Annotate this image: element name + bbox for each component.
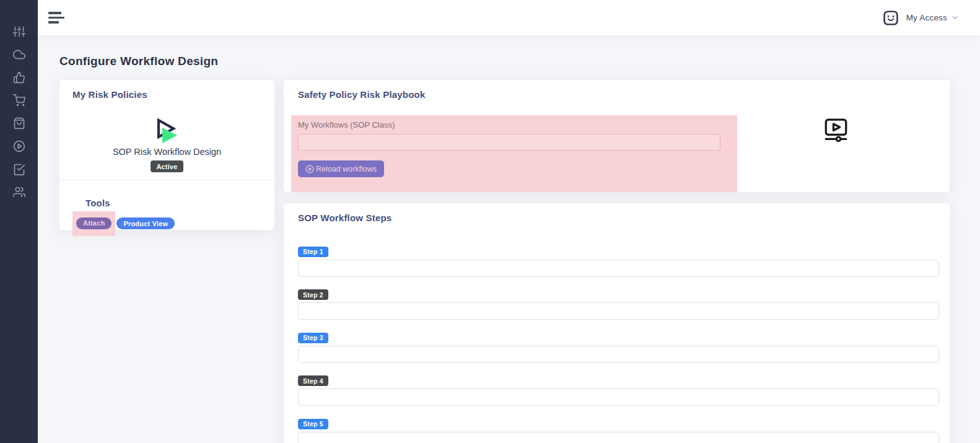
step-badge: Step 5 <box>298 419 328 429</box>
shopping-cart-icon[interactable] <box>13 94 25 107</box>
step-badge: Step 3 <box>298 333 328 343</box>
top-navbar: My Access <box>38 0 980 35</box>
risk-policies-card: My Risk Policies SOP Risk Workflow Desig… <box>59 80 274 230</box>
menu-toggle-icon[interactable] <box>48 12 64 24</box>
play-circle-icon[interactable] <box>13 140 25 152</box>
step-input[interactable] <box>298 260 939 277</box>
play-circle-icon <box>305 165 314 173</box>
user-menu-dropdown[interactable]: My Access <box>906 13 959 22</box>
step-row: Step 5 <box>298 418 939 443</box>
playbook-card: Safety Policy Risk Playbook My Workflows… <box>284 80 950 192</box>
step-badge: Step 2 <box>298 289 328 300</box>
step-row: Step 4 <box>298 375 939 406</box>
sliders-icon[interactable] <box>13 25 25 38</box>
reload-workflows-button[interactable]: Reload workflows <box>298 160 384 177</box>
step-input[interactable] <box>298 388 939 406</box>
step-row: Step 2 <box>298 289 939 320</box>
workflow-play-logo-icon <box>154 118 180 146</box>
reload-workflows-label: Reload workflows <box>316 165 377 173</box>
workflows-label: My Workflows (SOP Class) <box>291 115 737 129</box>
step-badge: Step 1 <box>298 247 328 257</box>
step-input[interactable] <box>298 432 939 443</box>
attach-button[interactable]: Attach <box>76 217 112 229</box>
step-input[interactable] <box>298 302 939 320</box>
step-row: Step 1 <box>298 245 939 277</box>
chevron-down-icon <box>951 14 959 22</box>
smiley-avatar-icon[interactable] <box>883 11 898 25</box>
steps-card-title: SOP Workflow Steps <box>284 203 950 223</box>
main-content: Configure Workflow Design My Risk Polici… <box>38 35 980 443</box>
attach-highlight-annotation: Attach <box>72 211 115 236</box>
check-square-icon[interactable] <box>13 163 25 175</box>
users-icon[interactable] <box>13 186 25 198</box>
sidebar <box>0 0 38 443</box>
cloud-icon[interactable] <box>13 48 25 61</box>
thumbs-up-icon[interactable] <box>13 71 25 84</box>
page-title: Configure Workflow Design <box>59 55 218 68</box>
workflow-steps-card: SOP Workflow Steps Step 1 Step 2 Step 3 … <box>284 203 950 443</box>
workflow-name: SOP Risk Workflow Design <box>59 147 274 157</box>
user-menu-label: My Access <box>906 13 947 22</box>
step-input[interactable] <box>298 346 939 363</box>
workflows-input[interactable] <box>298 134 720 151</box>
product-view-button[interactable]: Product View <box>116 217 175 229</box>
step-badge: Step 4 <box>298 375 328 386</box>
shopping-bag-icon[interactable] <box>13 117 25 129</box>
step-row: Step 3 <box>298 331 939 363</box>
risk-card-title: My Risk Policies <box>59 80 274 100</box>
playbook-card-title: Safety Policy Risk Playbook <box>284 80 950 100</box>
video-player-icon[interactable] <box>824 117 848 144</box>
tools-section: Tools Attach Product View <box>59 180 274 236</box>
status-badge: Active <box>151 160 183 172</box>
steps-list: Step 1 Step 2 Step 3 Step 4 Step 5 <box>298 245 939 443</box>
tools-title: Tools <box>72 188 261 208</box>
workflows-highlight-annotation: My Workflows (SOP Class) Reload workflow… <box>291 115 737 192</box>
